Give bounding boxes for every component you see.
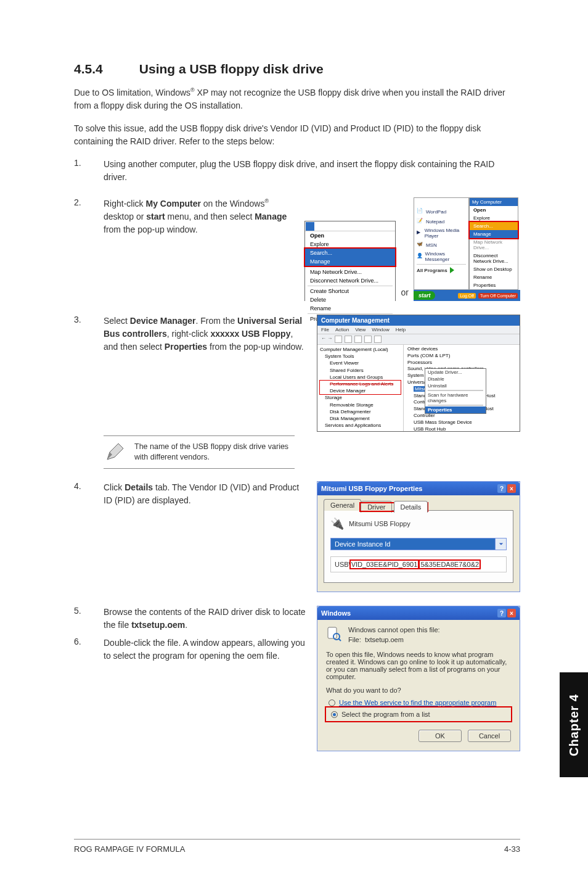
dialog-title-text: Mitsumi USB Floppy Properties: [321, 485, 422, 492]
menu-show-on-desktop[interactable]: Show on Desktop: [470, 265, 518, 273]
radio-label: Use the Web service to find the appropri…: [339, 699, 496, 706]
close-button[interactable]: ×: [507, 484, 516, 493]
taskbar: start Log Off Turn Off Computer: [414, 290, 520, 301]
step-3: 3. Select Device Manager. From the Unive…: [74, 315, 520, 432]
radio-select-from-list[interactable]: Select the program from a list: [329, 709, 508, 719]
start-item-wordpad[interactable]: 📄WordPad: [414, 207, 468, 217]
toolbar-button[interactable]: [335, 336, 342, 343]
tree-removable-storage[interactable]: Removable Storage: [320, 402, 401, 408]
menu-open[interactable]: Open: [305, 231, 395, 240]
dev-other[interactable]: Other devices: [407, 346, 516, 353]
vid-pid-highlight: VID_03EE&PID_6901: [351, 561, 419, 568]
step-text: Double-click the file. A window appears,…: [104, 637, 317, 662]
help-button[interactable]: ?: [497, 609, 506, 617]
tree-device-manager[interactable]: Device Manager: [320, 387, 401, 394]
menu-manage[interactable]: Manage: [305, 257, 395, 266]
start-item-notepad[interactable]: 📝Notepad: [414, 217, 468, 226]
ok-button[interactable]: OK: [419, 730, 462, 742]
svg-rect-0: [328, 627, 337, 638]
open-with-question: What do you want to do?: [326, 687, 511, 694]
ctx-update-driver[interactable]: Update Driver...: [425, 369, 486, 376]
menu-rename[interactable]: Rename: [470, 273, 518, 281]
separator: [308, 313, 393, 314]
start-button[interactable]: start: [414, 291, 436, 300]
menu-disconnect-drive[interactable]: Disconnect Network Drive...: [470, 252, 518, 265]
tree-disk-defrag[interactable]: Disk Defragmenter: [320, 408, 401, 415]
tree-perf-logs[interactable]: Performance Logs and Alerts: [320, 381, 401, 387]
tree-local-users[interactable]: Local Users and Groups: [320, 374, 401, 381]
step-text: Browse the contents of the RAID driver d…: [104, 606, 317, 632]
menu-help[interactable]: Help: [396, 327, 406, 332]
tab-general[interactable]: General: [324, 499, 361, 511]
menu-rename[interactable]: Rename: [305, 304, 395, 313]
menu-create-shortcut[interactable]: Create Shortcut: [305, 287, 395, 295]
start-right-column: My Computer Open Explore Search... Manag…: [469, 197, 518, 290]
start-item-messenger[interactable]: 👤Windows Messenger: [414, 250, 468, 263]
tree-disk-mgmt[interactable]: Disk Management: [320, 415, 401, 422]
menu-properties[interactable]: Properties: [470, 281, 518, 289]
start-item-wmp[interactable]: ▶Windows Media Player: [414, 226, 468, 240]
registered-mark: ®: [264, 198, 269, 204]
toolbar-button[interactable]: [364, 336, 372, 343]
combo-device-instance[interactable]: Device Instance Id: [330, 538, 507, 550]
menu-map-drive[interactable]: Map Network Drive...: [470, 238, 518, 252]
menu-search[interactable]: Search...: [470, 222, 518, 230]
menu-disconnect-drive[interactable]: Disconnect Network Drive...: [305, 276, 395, 285]
menu-window[interactable]: Window: [372, 327, 389, 332]
dev-processors[interactable]: Processors: [407, 360, 516, 366]
dialog-titlebar: Windows ? ×: [317, 606, 520, 620]
logoff-button[interactable]: Log Off: [458, 293, 476, 299]
turnoff-button[interactable]: Turn Off Computer: [478, 293, 518, 299]
ctx-disable[interactable]: Disable: [425, 376, 486, 382]
section-number: 4.5.4: [74, 62, 136, 76]
cancel-button[interactable]: Cancel: [468, 730, 511, 742]
menu-explore[interactable]: Explore: [305, 240, 395, 249]
close-button[interactable]: ×: [507, 609, 516, 617]
dev-ports[interactable]: Ports (COM & LPT): [407, 353, 516, 360]
ctx-scan-hardware[interactable]: Scan for hardware changes: [425, 392, 486, 404]
text-bold: Properties: [165, 342, 207, 352]
tab-driver[interactable]: Driver: [361, 501, 392, 513]
start-all-programs[interactable]: All Programs: [414, 265, 468, 275]
tab-details[interactable]: Details: [394, 501, 428, 513]
start-menu: 📄WordPad 📝Notepad ▶Windows Media Player …: [414, 197, 520, 301]
tree-root[interactable]: Computer Management (Local): [320, 346, 401, 353]
toolbar-button[interactable]: [374, 336, 382, 343]
start-mycomputer-header[interactable]: My Computer: [470, 198, 518, 206]
toolbar-button[interactable]: [345, 336, 352, 343]
footer-right: 4-33: [504, 844, 520, 854]
menu-action[interactable]: Action: [335, 327, 349, 332]
step3-figure: Computer Management File Action View Win…: [317, 315, 520, 432]
menu-search[interactable]: Search...: [305, 249, 395, 257]
tree-system-tools[interactable]: System Tools: [320, 353, 401, 360]
tree-services[interactable]: Services and Applications: [320, 422, 401, 429]
dropdown-button[interactable]: [496, 538, 507, 550]
step-number: 6.: [74, 637, 104, 662]
help-button[interactable]: ?: [497, 484, 506, 493]
radio-web-service[interactable]: Use the Web service to find the appropri…: [326, 698, 511, 708]
dev-mass-storage[interactable]: USB Mass Storage Device: [407, 419, 516, 426]
dev-root-hub[interactable]: USB Root Hub: [407, 426, 516, 431]
menu-map-drive[interactable]: Map Network Drive...: [305, 268, 395, 276]
separator: [417, 264, 466, 265]
chevron-down-icon: [499, 542, 504, 547]
menu-open[interactable]: Open: [470, 206, 518, 214]
menu-manage[interactable]: Manage: [470, 230, 518, 238]
ctx-properties[interactable]: Properties: [425, 406, 486, 413]
step-text: Right-click My Computer on the Windows® …: [104, 197, 304, 236]
or-label: or: [399, 287, 409, 301]
start-item-msn[interactable]: 🦋MSN: [414, 240, 468, 250]
menu-explore[interactable]: Explore: [470, 214, 518, 222]
menu-file[interactable]: File: [321, 327, 329, 332]
label: MSN: [426, 242, 437, 248]
menu-view[interactable]: View: [355, 327, 365, 332]
step-number: 1.: [74, 158, 104, 168]
dialog-title-text: Windows: [321, 609, 351, 617]
tree-storage[interactable]: Storage: [320, 394, 401, 401]
tree-shared-folders[interactable]: Shared Folders: [320, 367, 401, 374]
ctx-uninstall[interactable]: Uninstall: [425, 382, 486, 389]
note-box: The name of the USB floppy disk drive va…: [104, 435, 295, 469]
tree-event-viewer[interactable]: Event Viewer: [320, 360, 401, 366]
toolbar-button[interactable]: [354, 336, 362, 343]
menu-delete[interactable]: Delete: [305, 295, 395, 304]
